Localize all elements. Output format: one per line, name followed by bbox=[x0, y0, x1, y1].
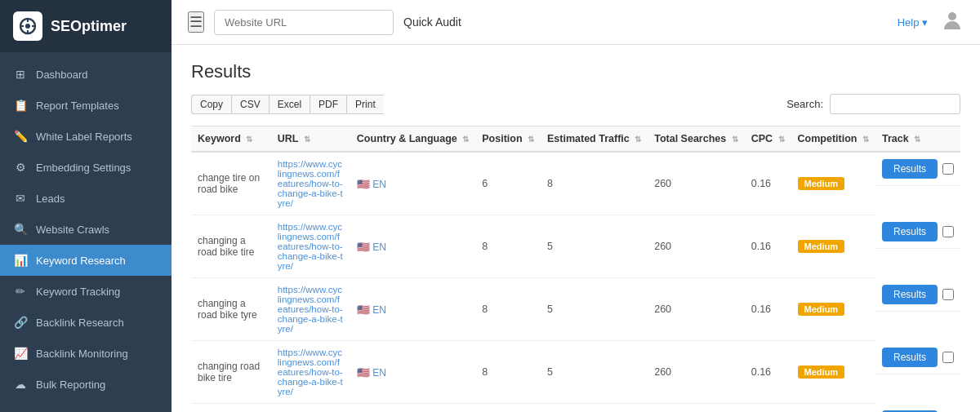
csv-button[interactable]: CSV bbox=[231, 95, 269, 114]
cpc-cell: 0.16 bbox=[745, 341, 791, 404]
table-row: changing road bike tire https://www.cycl… bbox=[191, 341, 960, 404]
help-button[interactable]: Help ▾ bbox=[898, 16, 928, 29]
excel-button[interactable]: Excel bbox=[269, 95, 310, 114]
sidebar-item-label: Backlink Research bbox=[36, 317, 124, 329]
col-url[interactable]: URL ⇅ bbox=[271, 126, 350, 153]
results-button[interactable]: Results bbox=[882, 222, 938, 241]
sidebar-item-bulk-reporting[interactable]: ☁ Bulk Reporting bbox=[0, 369, 172, 400]
col-estimated-traffic[interactable]: Estimated Traffic ⇅ bbox=[541, 126, 648, 153]
print-button[interactable]: Print bbox=[346, 95, 384, 114]
track-checkbox[interactable] bbox=[942, 352, 954, 363]
country-cell: 🇺🇸 EN bbox=[350, 278, 475, 341]
copy-button[interactable]: Copy bbox=[191, 95, 231, 114]
keyword-cell: changing a road bike tire bbox=[191, 215, 271, 278]
url-cell[interactable]: https://www.cyclingnews.com/features/how… bbox=[271, 152, 350, 215]
results-table: Keyword ⇅ URL ⇅ Country & Language ⇅ Pos… bbox=[191, 126, 960, 412]
url-cell[interactable]: https://www.cyclingnews.com/features/how… bbox=[271, 215, 350, 278]
search-label: Search: bbox=[786, 98, 823, 110]
backlink-research-icon: 🔗 bbox=[13, 316, 28, 329]
keyword-cell: cost of bike tire replacement bbox=[191, 404, 271, 413]
results-button[interactable]: Results bbox=[882, 285, 938, 304]
keyword-research-icon: 📊 bbox=[13, 254, 28, 267]
flag-icon: 🇺🇸 bbox=[357, 241, 370, 253]
track-checkbox[interactable] bbox=[942, 163, 954, 175]
col-track[interactable]: Track ⇅ bbox=[875, 126, 960, 153]
competition-badge: Medium bbox=[798, 240, 845, 253]
track-checkbox[interactable] bbox=[942, 289, 954, 300]
results-button[interactable]: Results bbox=[882, 159, 938, 179]
competition-cell: Medium bbox=[791, 152, 875, 215]
country-cell: 🇺🇸 EN bbox=[350, 404, 475, 413]
content-area: Results Copy CSV Excel PDF Print Search:… bbox=[172, 45, 980, 412]
total-searches-cell: 260 bbox=[648, 341, 744, 404]
table-header-row: Keyword ⇅ URL ⇅ Country & Language ⇅ Pos… bbox=[191, 126, 960, 153]
sidebar-item-embedding-settings[interactable]: ⚙ Embedding Settings bbox=[0, 152, 172, 183]
position-cell: 91 bbox=[475, 404, 541, 413]
results-button[interactable]: Results bbox=[882, 348, 938, 367]
competition-cell: Medium bbox=[791, 215, 875, 278]
svg-point-1 bbox=[25, 24, 30, 29]
col-keyword[interactable]: Keyword ⇅ bbox=[191, 126, 271, 153]
keyword-cell: changing a road bike tyre bbox=[191, 278, 271, 341]
sidebar-item-label: Report Templates bbox=[36, 100, 119, 112]
main-content: ☰ Quick Audit Help ▾ Results Copy CSV Ex… bbox=[172, 0, 980, 412]
sidebar-item-backlink-monitoring[interactable]: 📈 Backlink Monitoring bbox=[0, 338, 172, 369]
flag-icon: 🇺🇸 bbox=[357, 304, 370, 316]
col-competition[interactable]: Competition ⇅ bbox=[791, 126, 875, 153]
language-label: EN bbox=[372, 241, 386, 253]
search-input[interactable] bbox=[830, 94, 960, 114]
sidebar-item-dashboard[interactable]: ⊞ Dashboard bbox=[0, 59, 172, 90]
flag-icon: 🇺🇸 bbox=[357, 367, 370, 379]
pdf-button[interactable]: PDF bbox=[310, 95, 346, 114]
sidebar-item-keyword-research[interactable]: 📊 Keyword Research bbox=[0, 245, 172, 276]
bulk-reporting-icon: ☁ bbox=[13, 378, 28, 391]
table-row: cost of bike tire replacement https://ww… bbox=[191, 404, 960, 413]
col-total-searches[interactable]: Total Searches ⇅ bbox=[648, 126, 744, 153]
estimated-traffic-cell: 5 bbox=[541, 278, 648, 341]
sidebar-item-website-crawls[interactable]: 🔍 Website Crawls bbox=[0, 214, 172, 245]
url-cell[interactable]: https://www.cyclingnews.com/features/how… bbox=[271, 341, 350, 404]
track-cell: Results bbox=[875, 341, 960, 374]
sidebar-item-backlink-research[interactable]: 🔗 Backlink Research bbox=[0, 307, 172, 338]
language-label: EN bbox=[372, 179, 386, 190]
report-templates-icon: 📋 bbox=[13, 99, 28, 112]
col-country-language[interactable]: Country & Language ⇅ bbox=[350, 126, 475, 153]
sidebar-item-leads[interactable]: ✉ Leads bbox=[0, 183, 172, 214]
sidebar-item-keyword-tracking[interactable]: ✏ Keyword Tracking bbox=[0, 276, 172, 307]
track-checkbox[interactable] bbox=[942, 226, 954, 237]
sidebar-item-label: Bulk Reporting bbox=[36, 379, 105, 391]
total-searches-cell: 210 bbox=[648, 404, 744, 413]
hamburger-button[interactable]: ☰ bbox=[188, 11, 204, 33]
sidebar-logo: SEOptimer bbox=[0, 0, 172, 52]
topbar: ☰ Quick Audit Help ▾ bbox=[172, 0, 980, 45]
track-cell: Results bbox=[875, 153, 960, 186]
competition-badge: Medium bbox=[798, 303, 845, 316]
track-cell: Results bbox=[875, 215, 960, 249]
user-avatar[interactable] bbox=[941, 8, 964, 36]
url-input[interactable] bbox=[214, 10, 394, 35]
estimated-traffic-cell: 8 bbox=[541, 152, 648, 215]
logo-icon bbox=[13, 11, 42, 41]
language-label: EN bbox=[372, 304, 386, 316]
col-cpc[interactable]: CPC ⇅ bbox=[745, 126, 791, 153]
position-cell: 8 bbox=[475, 278, 541, 341]
competition-badge: Medium bbox=[798, 365, 845, 379]
track-cell: Results bbox=[875, 278, 960, 312]
sidebar-item-white-label-reports[interactable]: ✏️ White Label Reports bbox=[0, 121, 172, 152]
sidebar-item-label: White Label Reports bbox=[36, 131, 132, 143]
url-cell[interactable]: https://www.cyclingnews.com/features/how… bbox=[271, 278, 350, 341]
keyword-cell: changing road bike tire bbox=[191, 341, 271, 404]
svg-point-6 bbox=[948, 12, 956, 20]
sidebar-item-label: Backlink Monitoring bbox=[36, 348, 128, 360]
topbar-right: Help ▾ bbox=[898, 8, 964, 36]
estimated-traffic-cell: 5 bbox=[541, 215, 648, 278]
sidebar-navigation: ⊞ Dashboard 📋 Report Templates ✏️ White … bbox=[0, 52, 172, 412]
url-cell[interactable]: https://www.cyclingnews.com/features/how… bbox=[271, 404, 350, 413]
position-cell: 8 bbox=[475, 215, 541, 278]
cpc-cell: 0.16 bbox=[745, 278, 791, 341]
quick-audit-button[interactable]: Quick Audit bbox=[403, 16, 461, 29]
sidebar-item-label: Keyword Research bbox=[36, 255, 126, 267]
sidebar-item-report-templates[interactable]: 📋 Report Templates bbox=[0, 90, 172, 121]
col-position[interactable]: Position ⇅ bbox=[475, 126, 541, 153]
cpc-cell: 0.16 bbox=[745, 152, 791, 215]
